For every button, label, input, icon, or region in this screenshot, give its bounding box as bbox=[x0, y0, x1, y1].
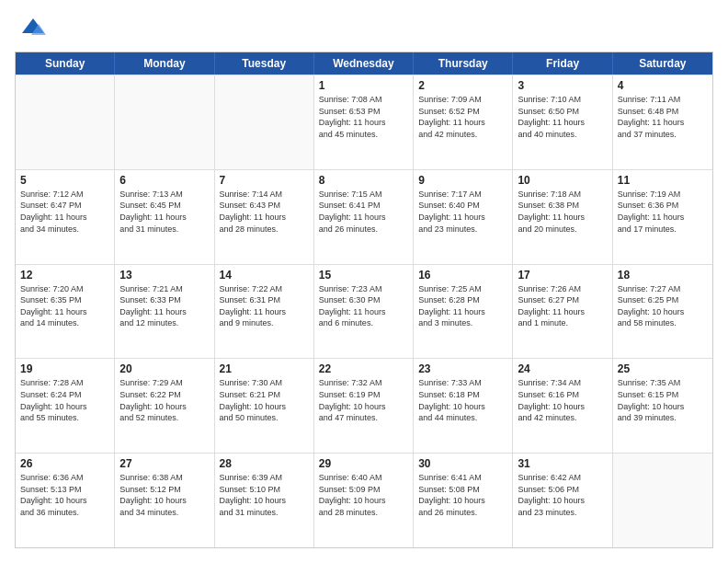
day-info: Sunrise: 7:35 AM Sunset: 6:15 PM Dayligh… bbox=[618, 377, 708, 423]
cal-cell: 19Sunrise: 7:28 AM Sunset: 6:24 PM Dayli… bbox=[16, 359, 115, 453]
day-number: 22 bbox=[319, 362, 408, 375]
weekday-header-saturday: Saturday bbox=[613, 52, 712, 75]
day-number: 26 bbox=[20, 457, 109, 470]
day-info: Sunrise: 6:41 AM Sunset: 5:08 PM Dayligh… bbox=[418, 472, 507, 518]
cal-cell: 31Sunrise: 6:42 AM Sunset: 5:06 PM Dayli… bbox=[513, 454, 612, 547]
day-number: 31 bbox=[518, 457, 607, 470]
cal-cell: 28Sunrise: 6:39 AM Sunset: 5:10 PM Dayli… bbox=[215, 454, 314, 547]
cal-cell: 10Sunrise: 7:18 AM Sunset: 6:38 PM Dayli… bbox=[513, 170, 612, 264]
cal-cell: 14Sunrise: 7:22 AM Sunset: 6:31 PM Dayli… bbox=[215, 265, 314, 359]
day-info: Sunrise: 7:10 AM Sunset: 6:50 PM Dayligh… bbox=[518, 94, 607, 140]
weekday-header-sunday: Sunday bbox=[16, 52, 115, 75]
cal-cell: 25Sunrise: 7:35 AM Sunset: 6:15 PM Dayli… bbox=[613, 359, 712, 453]
day-number: 4 bbox=[618, 79, 708, 92]
day-info: Sunrise: 7:21 AM Sunset: 6:33 PM Dayligh… bbox=[119, 283, 209, 329]
day-number: 21 bbox=[220, 362, 309, 375]
cal-cell: 26Sunrise: 6:36 AM Sunset: 5:13 PM Dayli… bbox=[16, 454, 115, 547]
day-number: 19 bbox=[20, 362, 109, 375]
day-info: Sunrise: 6:42 AM Sunset: 5:06 PM Dayligh… bbox=[518, 472, 607, 518]
cal-cell bbox=[16, 75, 115, 169]
cal-cell: 1Sunrise: 7:08 AM Sunset: 6:53 PM Daylig… bbox=[314, 75, 414, 169]
day-info: Sunrise: 7:27 AM Sunset: 6:25 PM Dayligh… bbox=[618, 283, 708, 329]
cal-cell: 5Sunrise: 7:12 AM Sunset: 6:47 PM Daylig… bbox=[16, 170, 115, 264]
cal-cell: 18Sunrise: 7:27 AM Sunset: 6:25 PM Dayli… bbox=[613, 265, 712, 359]
day-info: Sunrise: 7:23 AM Sunset: 6:30 PM Dayligh… bbox=[319, 283, 408, 329]
day-info: Sunrise: 7:33 AM Sunset: 6:18 PM Dayligh… bbox=[418, 377, 507, 423]
calendar-header: SundayMondayTuesdayWednesdayThursdayFrid… bbox=[16, 52, 712, 75]
week-row-4: 19Sunrise: 7:28 AM Sunset: 6:24 PM Dayli… bbox=[16, 358, 712, 453]
day-number: 27 bbox=[119, 457, 209, 470]
cal-cell: 6Sunrise: 7:13 AM Sunset: 6:45 PM Daylig… bbox=[115, 170, 214, 264]
cal-cell: 20Sunrise: 7:29 AM Sunset: 6:22 PM Dayli… bbox=[115, 359, 214, 453]
day-number: 17 bbox=[518, 269, 607, 282]
day-info: Sunrise: 7:32 AM Sunset: 6:19 PM Dayligh… bbox=[319, 377, 408, 423]
logo-icon bbox=[20, 15, 46, 40]
day-info: Sunrise: 7:12 AM Sunset: 6:47 PM Dayligh… bbox=[20, 189, 109, 235]
day-number: 8 bbox=[319, 174, 408, 187]
day-info: Sunrise: 7:17 AM Sunset: 6:40 PM Dayligh… bbox=[418, 189, 507, 235]
day-info: Sunrise: 7:14 AM Sunset: 6:43 PM Dayligh… bbox=[220, 189, 309, 235]
calendar-body: 1Sunrise: 7:08 AM Sunset: 6:53 PM Daylig… bbox=[16, 75, 712, 547]
day-info: Sunrise: 7:25 AM Sunset: 6:28 PM Dayligh… bbox=[418, 283, 507, 329]
week-row-2: 5Sunrise: 7:12 AM Sunset: 6:47 PM Daylig… bbox=[16, 169, 712, 264]
day-info: Sunrise: 7:29 AM Sunset: 6:22 PM Dayligh… bbox=[119, 377, 209, 423]
weekday-header-wednesday: Wednesday bbox=[314, 52, 414, 75]
day-info: Sunrise: 7:11 AM Sunset: 6:48 PM Dayligh… bbox=[618, 94, 708, 140]
weekday-header-friday: Friday bbox=[513, 52, 612, 75]
day-info: Sunrise: 7:34 AM Sunset: 6:16 PM Dayligh… bbox=[518, 377, 607, 423]
day-number: 12 bbox=[20, 269, 109, 282]
day-number: 10 bbox=[518, 174, 607, 187]
cal-cell: 24Sunrise: 7:34 AM Sunset: 6:16 PM Dayli… bbox=[513, 359, 612, 453]
cal-cell: 15Sunrise: 7:23 AM Sunset: 6:30 PM Dayli… bbox=[314, 265, 414, 359]
day-info: Sunrise: 7:20 AM Sunset: 6:35 PM Dayligh… bbox=[20, 283, 109, 329]
day-number: 9 bbox=[418, 174, 507, 187]
day-info: Sunrise: 6:40 AM Sunset: 5:09 PM Dayligh… bbox=[319, 472, 408, 518]
cal-cell: 9Sunrise: 7:17 AM Sunset: 6:40 PM Daylig… bbox=[414, 170, 513, 264]
day-number: 6 bbox=[119, 174, 209, 187]
cal-cell: 27Sunrise: 6:38 AM Sunset: 5:12 PM Dayli… bbox=[115, 454, 214, 547]
page: SundayMondayTuesdayWednesdayThursdayFrid… bbox=[0, 0, 728, 563]
cal-cell: 23Sunrise: 7:33 AM Sunset: 6:18 PM Dayli… bbox=[414, 359, 513, 453]
cal-cell: 16Sunrise: 7:25 AM Sunset: 6:28 PM Dayli… bbox=[414, 265, 513, 359]
cal-cell: 2Sunrise: 7:09 AM Sunset: 6:52 PM Daylig… bbox=[414, 75, 513, 169]
day-info: Sunrise: 6:38 AM Sunset: 5:12 PM Dayligh… bbox=[119, 472, 209, 518]
day-number: 29 bbox=[319, 457, 408, 470]
cal-cell bbox=[613, 454, 712, 547]
day-info: Sunrise: 7:26 AM Sunset: 6:27 PM Dayligh… bbox=[518, 283, 607, 329]
weekday-header-thursday: Thursday bbox=[414, 52, 513, 75]
week-row-1: 1Sunrise: 7:08 AM Sunset: 6:53 PM Daylig… bbox=[16, 75, 712, 169]
week-row-5: 26Sunrise: 6:36 AM Sunset: 5:13 PM Dayli… bbox=[16, 453, 712, 547]
day-number: 20 bbox=[119, 362, 209, 375]
day-info: Sunrise: 7:30 AM Sunset: 6:21 PM Dayligh… bbox=[220, 377, 309, 423]
day-number: 30 bbox=[418, 457, 507, 470]
cal-cell: 11Sunrise: 7:19 AM Sunset: 6:36 PM Dayli… bbox=[613, 170, 712, 264]
weekday-header-monday: Monday bbox=[115, 52, 214, 75]
day-info: Sunrise: 7:15 AM Sunset: 6:41 PM Dayligh… bbox=[319, 189, 408, 235]
day-info: Sunrise: 7:22 AM Sunset: 6:31 PM Dayligh… bbox=[220, 283, 309, 329]
day-info: Sunrise: 7:18 AM Sunset: 6:38 PM Dayligh… bbox=[518, 189, 607, 235]
day-number: 14 bbox=[220, 269, 309, 282]
cal-cell: 17Sunrise: 7:26 AM Sunset: 6:27 PM Dayli… bbox=[513, 265, 612, 359]
day-number: 11 bbox=[618, 174, 708, 187]
day-info: Sunrise: 6:36 AM Sunset: 5:13 PM Dayligh… bbox=[20, 472, 109, 518]
cal-cell: 22Sunrise: 7:32 AM Sunset: 6:19 PM Dayli… bbox=[314, 359, 414, 453]
cal-cell: 3Sunrise: 7:10 AM Sunset: 6:50 PM Daylig… bbox=[513, 75, 612, 169]
day-number: 5 bbox=[20, 174, 109, 187]
day-number: 1 bbox=[319, 79, 408, 92]
day-number: 15 bbox=[319, 269, 408, 282]
cal-cell: 13Sunrise: 7:21 AM Sunset: 6:33 PM Dayli… bbox=[115, 265, 214, 359]
day-info: Sunrise: 7:08 AM Sunset: 6:53 PM Dayligh… bbox=[319, 94, 408, 140]
cal-cell: 29Sunrise: 6:40 AM Sunset: 5:09 PM Dayli… bbox=[314, 454, 414, 547]
day-number: 18 bbox=[618, 269, 708, 282]
day-number: 2 bbox=[418, 79, 507, 92]
cal-cell: 30Sunrise: 6:41 AM Sunset: 5:08 PM Dayli… bbox=[414, 454, 513, 547]
day-number: 7 bbox=[220, 174, 309, 187]
day-number: 25 bbox=[618, 362, 708, 375]
calendar: SundayMondayTuesdayWednesdayThursdayFrid… bbox=[15, 52, 713, 548]
day-info: Sunrise: 6:39 AM Sunset: 5:10 PM Dayligh… bbox=[220, 472, 309, 518]
day-number: 24 bbox=[518, 362, 607, 375]
weekday-header-tuesday: Tuesday bbox=[215, 52, 314, 75]
day-number: 23 bbox=[418, 362, 507, 375]
cal-cell bbox=[115, 75, 214, 169]
header bbox=[15, 15, 713, 40]
